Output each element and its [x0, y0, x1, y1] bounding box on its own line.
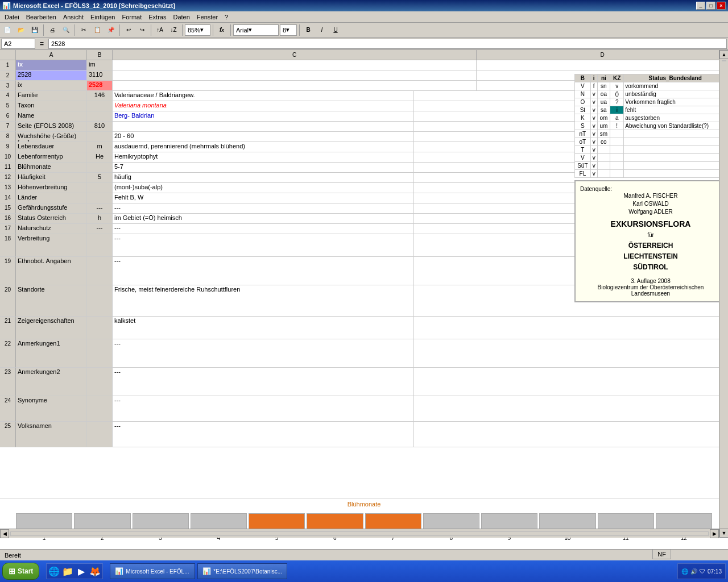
cell-a2[interactable]: 2528 [16, 70, 87, 81]
value-h-ufigkeit[interactable]: häufig [113, 173, 414, 183]
label-anmerkungen1: Anmerkungen1 [16, 339, 87, 368]
copy-button[interactable]: 📋 [91, 24, 104, 36]
close-button[interactable]: × [717, 2, 726, 10]
redo-button[interactable]: ↪ [136, 24, 148, 36]
botanik-taskbar-icon: 📊 [202, 567, 211, 575]
menu-ansicht[interactable]: Ansicht [60, 13, 87, 22]
underline-button[interactable]: U [329, 24, 342, 36]
explorer-icon[interactable]: 📁 [61, 565, 74, 577]
status-cell: ua [597, 98, 610, 106]
print-preview-button[interactable]: 🔍 [60, 24, 72, 36]
scroll-down-btn[interactable]: ▼ [719, 529, 728, 538]
menu-datei[interactable]: Datei [1, 13, 23, 22]
fx-button[interactable]: fx [216, 24, 228, 36]
menu-format[interactable]: Format [118, 13, 145, 22]
value-bl-hmonate[interactable]: 5-7 [113, 163, 414, 173]
open-button[interactable]: 📂 [15, 24, 27, 36]
status-cell: ? [610, 98, 624, 106]
menu-daten[interactable]: Daten [169, 13, 193, 22]
horizontal-scrollbar[interactable]: ◀▶ [0, 529, 719, 538]
label-bl-hmonate: Blühmonate [16, 163, 87, 173]
cell-b2[interactable]: 3110 [87, 70, 113, 81]
cut-button[interactable]: ✂ [77, 24, 90, 36]
row-num-19: 19 [0, 257, 16, 285]
value-h-henverbreitung[interactable]: (mont-)suba(-alp) [113, 183, 414, 193]
italic-button[interactable]: I [316, 24, 328, 36]
label-wuchsh-he---gr--e--cm-: Wuchshöhe (-Größe)[cm] [16, 132, 87, 142]
firefox-icon[interactable]: 🦊 [89, 565, 101, 577]
value-lebenformentyp[interactable]: Hemikryptophyt [113, 152, 414, 163]
data-row-anmerkungen2: Anmerkungen2--- [16, 368, 728, 396]
new-button[interactable]: 📄 [1, 24, 14, 36]
value-ethnobot--angaben[interactable]: --- [113, 257, 414, 285]
menu-extras[interactable]: Extras [145, 13, 169, 22]
value-taxon[interactable]: Valeriana montana [113, 101, 414, 111]
taskbar-botanik-item[interactable]: 📊 *E:\EFÖLS2007\Botanisc... [197, 563, 287, 579]
value-status--sterreich[interactable]: im Gebiet (=Ö) heimisch [113, 214, 414, 224]
ie-icon[interactable]: 🌐 [48, 565, 60, 577]
value-lebensdauer[interactable]: ausdauernd, perennierend (mehrmals blühe… [113, 142, 414, 152]
value-naturschutz[interactable]: --- [113, 224, 414, 234]
status-cell: v [590, 90, 597, 98]
label-lebenformentyp: Lebenformentyp [16, 152, 87, 163]
save-button[interactable]: 💾 [28, 24, 41, 36]
cell-c3[interactable] [113, 81, 477, 91]
value-standorte[interactable]: Frische, meist feinerdereiche Ruhschutt­… [113, 285, 414, 317]
value-wuchsh-he---gr--e--cm-[interactable]: 20 - 60 [113, 132, 414, 142]
cell-reference-box[interactable]: A2 [1, 39, 35, 49]
cell-c1[interactable] [113, 60, 477, 70]
cell-a3[interactable]: ix [16, 81, 87, 91]
value-verbreitung[interactable]: --- [113, 234, 414, 257]
bold-button[interactable]: B [302, 24, 315, 36]
menu-bearbeiten[interactable]: Bearbeiten [23, 13, 60, 22]
font-selector[interactable]: Arial▾ [233, 24, 279, 36]
zoom-selector[interactable]: 85%▾ [185, 24, 210, 36]
maximize-button[interactable]: □ [706, 2, 715, 10]
value-familie[interactable]: Valerianaceae / Baldriangew. [113, 91, 414, 101]
sort-asc-button[interactable]: ↑A [154, 24, 166, 36]
status-cell: ausgestorben [624, 114, 727, 122]
status-cell: a [610, 114, 624, 122]
value-synonyme[interactable]: --- [113, 396, 414, 422]
media-player-icon[interactable]: ▶ [75, 565, 88, 577]
row-num-16: 16 [0, 214, 16, 224]
print-button[interactable]: 🖨 [46, 24, 59, 36]
scroll-right-btn[interactable]: ▶ [710, 529, 719, 538]
network-icon: 🌐 [681, 568, 688, 575]
value-volksnamen[interactable]: --- [113, 422, 414, 447]
status-cell: v [590, 130, 597, 138]
menu-einfuegen[interactable]: Einfügen [87, 13, 118, 22]
row-num-11: 11 [0, 163, 16, 173]
value-gef-hrdungsstufe[interactable]: --- [113, 203, 414, 214]
vertical-scrollbar[interactable]: ▲▼ [719, 50, 728, 538]
status-cell [597, 170, 610, 178]
value-l-nder[interactable]: Fehlt B, W [113, 193, 414, 203]
taskbar-excel-item[interactable]: 📊 Microsoft Excel - EFÖL... [110, 563, 195, 579]
book-title: EXKURSIONSFLORA [580, 219, 721, 228]
undo-button[interactable]: ↩ [122, 24, 135, 36]
row-num-17: 17 [0, 224, 16, 234]
scroll-left-btn[interactable]: ◀ [0, 529, 9, 538]
cell-b1[interactable]: im [87, 60, 113, 70]
value-seite--ef-ls-2008-[interactable] [113, 122, 414, 132]
sort-desc-button[interactable]: ↓Z [167, 24, 180, 36]
value-name[interactable]: Berg- Baldrian [113, 111, 414, 122]
cell-c2[interactable] [113, 70, 477, 81]
scroll-up-btn[interactable]: ▲ [719, 50, 728, 59]
menu-fenster[interactable]: Fenster [193, 13, 221, 22]
formula-input[interactable]: 2528 [48, 39, 727, 49]
status-cell [597, 146, 610, 154]
menu-help[interactable]: ? [221, 13, 231, 22]
status-cell [610, 162, 624, 170]
start-button[interactable]: ⊞ Start [2, 563, 39, 580]
toolbar-sep-5 [182, 24, 183, 36]
cell-b3[interactable]: 2528 [87, 81, 113, 91]
font-size-selector[interactable]: 8▾ [280, 24, 297, 36]
value-anmerkungen2[interactable]: --- [113, 368, 414, 396]
cell-a1[interactable]: ix [16, 60, 87, 70]
paste-button[interactable]: 📌 [105, 24, 117, 36]
value-anmerkungen1[interactable]: --- [113, 339, 414, 368]
row-num-18: 18 [0, 234, 16, 257]
value-zeigereigenschaften[interactable]: kalkstet [113, 317, 414, 339]
minimize-button[interactable]: _ [696, 2, 705, 10]
